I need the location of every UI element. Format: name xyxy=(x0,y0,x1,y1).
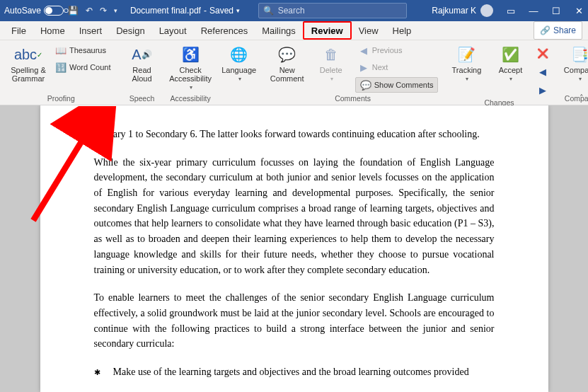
group-speech: A🔊 Read Aloud Speech xyxy=(118,42,166,105)
show-comments-icon: 💬 xyxy=(360,79,371,91)
group-language: 🌐 Language xyxy=(215,42,263,105)
paragraph: Primary 1 to Secondary 6. The latter loo… xyxy=(94,127,495,142)
document-page[interactable]: Primary 1 to Secondary 6. The latter loo… xyxy=(40,105,548,392)
bullet-text: Make use of the learning targets and obj… xyxy=(113,364,469,380)
thesaurus-icon: 📖 xyxy=(55,45,67,56)
language-button[interactable]: 🌐 Language xyxy=(219,43,259,82)
document-title[interactable]: Document final.pdf - Saved ▾ xyxy=(130,6,240,16)
ribbon-display-icon[interactable]: ▭ xyxy=(506,6,516,16)
share-icon: 🔗 xyxy=(540,25,550,35)
share-button[interactable]: 🔗 Share xyxy=(534,21,582,40)
previous-icon: ◀ xyxy=(358,45,369,56)
qat-dropdown-icon[interactable]: ▾ xyxy=(114,7,117,14)
next-change-icon: ▶ xyxy=(537,84,548,96)
compare-button[interactable]: 📑 Compare xyxy=(560,43,588,82)
title-bar: AutoSave Off 💾 ↶ ↷ ▾ Document final.pdf … xyxy=(0,0,588,21)
document-area: Primary 1 to Secondary 6. The latter loo… xyxy=(0,105,588,392)
collapse-ribbon-icon[interactable]: ˄ xyxy=(580,93,584,103)
tab-layout[interactable]: Layout xyxy=(152,21,194,40)
compare-icon: 📑 xyxy=(569,45,588,64)
avatar xyxy=(480,4,493,17)
tab-references[interactable]: References xyxy=(194,21,255,40)
tab-design[interactable]: Design xyxy=(109,21,151,40)
group-changes: 📝 Tracking ✅ Accept ❌ ◀ ▶ Changes xyxy=(442,42,555,105)
autosave-toggle[interactable]: AutoSave Off xyxy=(4,6,61,16)
spelling-icon: abc✓ xyxy=(18,45,39,64)
delete-comment-button: 🗑 Delete xyxy=(311,43,351,82)
previous-comment-button: ◀Previous xyxy=(355,43,439,57)
show-comments-button[interactable]: 💬Show Comments xyxy=(355,77,439,93)
tab-help[interactable]: Help xyxy=(386,21,419,40)
word-count-button[interactable]: 🔢Word Count xyxy=(52,60,114,74)
redo-icon[interactable]: ↷ xyxy=(100,6,107,16)
search-input[interactable]: 🔍 Search xyxy=(258,3,407,18)
user-account[interactable]: Rajkumar K xyxy=(432,4,493,17)
doc-name: Document final.pdf xyxy=(130,6,201,16)
autosave-label: AutoSave xyxy=(4,6,41,16)
reject-button[interactable]: ❌ xyxy=(534,46,551,60)
next-change-button[interactable]: ▶ xyxy=(534,83,551,97)
check-accessibility-button[interactable]: ♿ Check Accessibility xyxy=(171,43,210,91)
thesaurus-button[interactable]: 📖Thesaurus xyxy=(52,43,114,57)
read-aloud-button[interactable]: A🔊 Read Aloud xyxy=(122,43,162,83)
ribbon: abc✓ Spelling & Grammar 📖Thesaurus 🔢Word… xyxy=(0,40,588,105)
undo-icon[interactable]: ↶ xyxy=(86,6,93,16)
tab-review[interactable]: Review xyxy=(303,21,352,40)
new-comment-icon: 💬 xyxy=(277,45,298,64)
wordcount-icon: 🔢 xyxy=(55,62,67,73)
search-icon: 🔍 xyxy=(263,6,274,16)
search-placeholder: Search xyxy=(278,6,305,16)
maximize-icon[interactable]: ☐ xyxy=(551,6,561,16)
save-state: Saved xyxy=(209,6,234,16)
bullet-item: ✱ Make use of the learning targets and o… xyxy=(94,364,495,380)
tab-mailings[interactable]: Mailings xyxy=(255,21,303,40)
quick-access-toolbar: 💾 ↶ ↷ ▾ xyxy=(68,6,117,16)
accept-button[interactable]: ✅ Accept xyxy=(490,43,530,82)
prev-change-button[interactable]: ◀ xyxy=(534,64,551,79)
paragraph: To enable learners to meet the challenge… xyxy=(94,290,495,352)
tab-view[interactable]: View xyxy=(352,21,386,40)
bullet-icon: ✱ xyxy=(94,364,100,380)
next-icon: ▶ xyxy=(358,62,369,73)
group-proofing: abc✓ Spelling & Grammar 📖Thesaurus 🔢Word… xyxy=(4,42,118,105)
save-icon[interactable]: 💾 xyxy=(68,6,79,16)
spelling-grammar-button[interactable]: abc✓ Spelling & Grammar xyxy=(8,43,48,83)
tab-file[interactable]: File xyxy=(4,21,33,40)
tab-insert[interactable]: Insert xyxy=(72,21,110,40)
delete-icon: 🗑 xyxy=(321,45,342,64)
minimize-icon[interactable]: — xyxy=(529,6,538,16)
user-name: Rajkumar K xyxy=(432,6,476,16)
accept-icon: ✅ xyxy=(500,45,521,64)
paragraph: While the six-year primary curriculum fo… xyxy=(94,155,495,278)
menu-bar: File Home Insert Design Layout Reference… xyxy=(0,21,588,40)
language-icon: 🌐 xyxy=(229,45,250,64)
tab-home[interactable]: Home xyxy=(33,21,72,40)
toggle-icon xyxy=(44,6,64,16)
accessibility-icon: ♿ xyxy=(180,45,201,64)
readaloud-icon: A🔊 xyxy=(132,45,153,64)
new-comment-button[interactable]: 💬 New Comment xyxy=(267,43,307,83)
group-accessibility: ♿ Check Accessibility Accessibility xyxy=(166,42,215,105)
reject-icon: ❌ xyxy=(537,47,548,59)
group-comments: 💬 New Comment 🗑 Delete ◀Previous ▶Next 💬… xyxy=(263,42,443,105)
next-comment-button: ▶Next xyxy=(355,60,439,74)
tracking-icon: 📝 xyxy=(456,45,477,64)
close-icon[interactable]: ✕ xyxy=(574,6,584,16)
tracking-button[interactable]: 📝 Tracking xyxy=(446,43,486,82)
prev-change-icon: ◀ xyxy=(537,66,548,77)
